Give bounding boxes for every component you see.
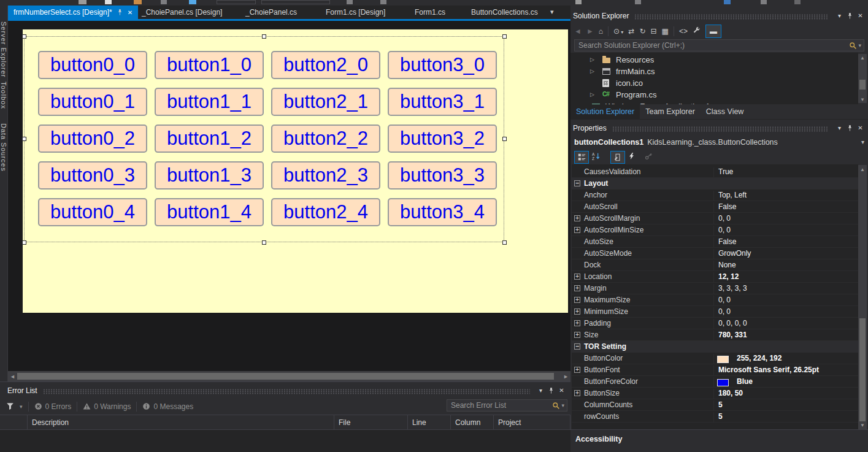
expand-plus-icon[interactable]: + xyxy=(574,308,580,315)
tree-item[interactable]: icon.ico xyxy=(570,77,858,89)
tree-item[interactable]: ▷Resources xyxy=(570,54,858,66)
errors-filter-button[interactable]: 0 Errors xyxy=(34,402,72,411)
scroll-right-icon[interactable]: ► xyxy=(561,371,570,381)
column-header-project[interactable]: Project xyxy=(494,415,570,429)
toolbar-button[interactable]: ⌂ xyxy=(599,27,603,36)
scroll-up-icon[interactable]: ▲ xyxy=(858,166,867,173)
property-row[interactable]: ColumnCounts5 xyxy=(572,399,858,411)
property-value[interactable]: False xyxy=(713,237,858,248)
property-row[interactable]: +AutoScrollMinSize0, 0 xyxy=(572,224,858,236)
warnings-filter-button[interactable]: 0 Warnings xyxy=(83,402,131,411)
chevron-down-icon[interactable]: ▾ xyxy=(861,139,866,145)
property-value[interactable]: Blue xyxy=(713,377,858,388)
close-icon[interactable]: ✕ xyxy=(556,386,567,395)
property-value[interactable]: 180, 50 xyxy=(713,389,858,399)
property-row[interactable]: +ButtonSize180, 50 xyxy=(572,388,858,399)
expand-plus-icon[interactable]: + xyxy=(574,297,580,303)
toolbar-button[interactable]: ↻ xyxy=(639,27,645,36)
document-tab-3[interactable]: _ChoiePanel.cs xyxy=(240,6,302,19)
selection-handle[interactable] xyxy=(502,137,507,141)
tool-tab-team-explorer[interactable]: Team Explorer xyxy=(640,104,701,119)
column-header-file[interactable]: File xyxy=(334,415,408,429)
document-tab-1[interactable]: frmNumberSelect.cs [Design]*✕ xyxy=(8,6,138,19)
scroll-down-icon[interactable]: ▼ xyxy=(858,96,867,103)
property-category-row[interactable]: −TOR Setting xyxy=(572,341,858,353)
window-position-chevron-icon[interactable]: ▾ xyxy=(536,386,546,395)
pin-icon[interactable] xyxy=(546,386,556,395)
property-row[interactable]: +MaximumSize0, 0 xyxy=(572,294,858,306)
error-list-search-input[interactable]: Search Error List ▾ xyxy=(447,399,567,412)
property-value[interactable]: 780, 331 xyxy=(713,331,858,341)
search-icon[interactable] xyxy=(552,402,560,410)
selection-handle[interactable] xyxy=(502,240,507,245)
toolbar-button[interactable]: <> xyxy=(679,27,688,36)
selection-handle[interactable] xyxy=(22,34,26,39)
toolbar-button-highlighted[interactable]: ▬ xyxy=(705,25,721,38)
property-value[interactable]: 0, 0 xyxy=(713,307,858,318)
tree-item[interactable]: ▷C#Program.cs xyxy=(570,89,858,101)
property-value[interactable]: 255, 224, 192 xyxy=(713,354,858,364)
scrollbar-thumb[interactable] xyxy=(859,80,866,90)
toolbar-button[interactable]: ⊙ ▾ xyxy=(613,27,623,36)
designer-button[interactable]: button1_0 xyxy=(155,51,264,79)
toolbar-button-categorized-icon[interactable] xyxy=(574,151,589,164)
expand-plus-icon[interactable]: + xyxy=(574,227,580,233)
toolbar-button[interactable] xyxy=(693,26,701,36)
toolbar-button-properties-page-icon[interactable] xyxy=(610,151,625,164)
toolbar-button[interactable]: ⊟ xyxy=(650,27,656,36)
property-value[interactable]: True xyxy=(713,167,858,178)
column-header-column[interactable]: Column xyxy=(451,415,494,429)
property-value[interactable]: 0, 0 xyxy=(713,226,858,236)
error-list-body[interactable] xyxy=(0,430,570,452)
close-icon[interactable]: ✕ xyxy=(855,123,866,132)
property-row[interactable]: ButtonForeColorBlue xyxy=(572,376,858,388)
expand-plus-icon[interactable]: + xyxy=(574,285,580,291)
document-tab-4[interactable]: Form1.cs [Design] xyxy=(320,6,391,19)
property-value[interactable]: 3, 3, 3, 3 xyxy=(713,284,858,294)
designer-button[interactable]: button3_3 xyxy=(388,161,497,190)
toolbar-button[interactable]: ► xyxy=(586,27,594,36)
search-icon[interactable] xyxy=(849,42,857,50)
property-value[interactable]: 0, 0 xyxy=(713,296,858,306)
pin-icon[interactable] xyxy=(117,9,123,16)
selection-handle[interactable] xyxy=(262,34,266,39)
tool-tab-solution-explorer[interactable]: Solution Explorer xyxy=(570,104,640,119)
pin-icon[interactable] xyxy=(845,123,855,132)
toolbar-button-alphabetical-icon[interactable]: AZ xyxy=(592,152,601,163)
filter-chevron-icon[interactable]: ▾ xyxy=(20,404,23,410)
scroll-up-icon[interactable]: ▲ xyxy=(858,54,867,61)
property-row[interactable]: +MinimumSize0, 0 xyxy=(572,306,858,318)
pin-icon[interactable] xyxy=(845,11,855,20)
toolbar-button-events-icon[interactable] xyxy=(628,152,635,162)
designer-button[interactable]: button1_4 xyxy=(155,198,264,226)
property-row[interactable]: CausesValidationTrue xyxy=(572,166,858,178)
designer-button[interactable]: button0_0 xyxy=(38,51,147,79)
expand-plus-icon[interactable]: + xyxy=(574,274,580,280)
scrollbar-thumb[interactable] xyxy=(859,318,866,421)
selection-handle[interactable] xyxy=(22,240,26,245)
designer-button[interactable]: button1_3 xyxy=(155,161,264,190)
property-value[interactable]: None xyxy=(713,261,858,271)
property-value[interactable]: Top, Left xyxy=(713,191,858,201)
tree-item[interactable]: ▷frmMain.cs xyxy=(570,66,858,77)
property-row[interactable]: AutoScrollFalse xyxy=(572,201,858,213)
filter-icon[interactable] xyxy=(6,402,14,410)
tree-collapsed-icon[interactable]: ▷ xyxy=(590,56,594,63)
toolbar-button-property-pages-icon[interactable] xyxy=(645,152,653,162)
side-tab-toolbox[interactable]: Toolbox xyxy=(0,82,7,109)
side-tab-server-explorer[interactable]: Server Explorer xyxy=(0,21,7,77)
designer-button[interactable]: button0_1 xyxy=(38,88,147,116)
designer-button[interactable]: button3_4 xyxy=(388,198,497,226)
property-row[interactable]: +ButtonFontMicrosoft Sans Serif, 26.25pt xyxy=(572,364,858,376)
expand-plus-icon[interactable]: + xyxy=(574,367,580,373)
expand-plus-icon[interactable]: + xyxy=(574,215,580,221)
property-category-row[interactable]: −Layout xyxy=(572,178,858,190)
solution-explorer-search-input[interactable]: Search Solution Explorer (Ctrl+;) ▾ xyxy=(574,39,864,52)
close-icon[interactable]: ✕ xyxy=(128,9,133,16)
property-row[interactable]: +Padding0, 0, 0, 0 xyxy=(572,318,858,329)
toolbar-button[interactable]: ▦ xyxy=(662,27,669,36)
collapse-minus-icon[interactable]: − xyxy=(574,180,580,186)
scroll-left-icon[interactable]: ◄ xyxy=(8,371,17,381)
property-row[interactable]: +Size780, 331 xyxy=(572,329,858,341)
designer-button[interactable]: button3_2 xyxy=(388,124,497,153)
